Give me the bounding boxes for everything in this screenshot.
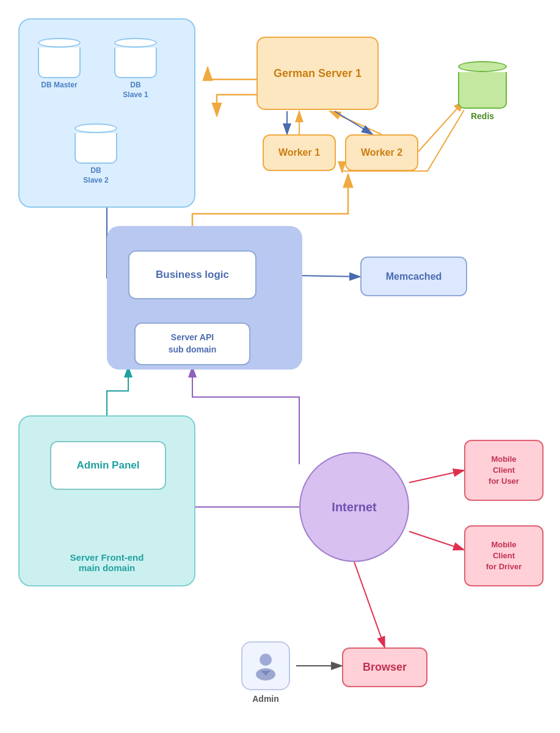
german-server-box: German Server 1 — [256, 37, 379, 110]
business-logic-box: Business logic — [128, 250, 256, 299]
german-server-label: German Server 1 — [274, 67, 362, 80]
internet-label: Internet — [332, 500, 376, 514]
mobile-driver-label: MobileClientfor Driver — [486, 539, 522, 573]
admin-panel-box: Admin Panel — [50, 441, 166, 490]
browser-label: Browser — [363, 661, 407, 674]
mobile-user-label: MobileClientfor User — [489, 454, 519, 487]
svg-line-17 — [409, 531, 464, 550]
worker1-box: Worker 1 — [263, 134, 336, 171]
redis-label: Redis — [471, 111, 494, 121]
db-slave2-top — [75, 123, 117, 133]
server-api-box: Server APIsub domain — [134, 323, 250, 365]
memcached-label: Memcached — [386, 271, 442, 282]
db-master-body — [38, 48, 81, 78]
worker1-label: Worker 1 — [278, 147, 320, 158]
db-slave2-label: DBSlave 2 — [83, 166, 108, 185]
redis-cylinder: Redis — [458, 61, 507, 121]
memcached-box: Memcached — [360, 257, 467, 296]
svg-line-18 — [354, 562, 385, 647]
worker2-label: Worker 2 — [361, 147, 402, 158]
redis-top — [458, 61, 507, 72]
db-master-top — [38, 38, 81, 48]
svg-line-12 — [335, 111, 373, 134]
db-slave2-body — [75, 133, 117, 164]
db-cluster: DB Master DBSlave 1 DBSlave 2 — [18, 18, 195, 208]
frontend-footer-label: Server Front-endmain domain — [20, 552, 194, 573]
redis-body — [458, 72, 507, 109]
svg-line-13 — [418, 101, 464, 151]
svg-line-10 — [330, 111, 382, 134]
db-slave2: DBSlave 2 — [75, 123, 117, 185]
diagram-container: DB Master DBSlave 1 DBSlave 2 German Ser… — [0, 0, 560, 733]
db-master-label: DB Master — [41, 81, 77, 90]
svg-line-16 — [409, 470, 464, 483]
db-slave1-body — [114, 48, 157, 78]
frontend-cluster: Admin Panel Server Front-endmain domain — [18, 415, 195, 586]
admin-person-svg — [250, 650, 282, 682]
db-master: DB Master — [38, 38, 81, 90]
mobile-user-box: MobileClientfor User — [464, 440, 544, 501]
admin-person-label: Admin — [252, 694, 279, 704]
db-slave1-label: DBSlave 1 — [123, 81, 148, 100]
internet-circle: Internet — [299, 452, 409, 562]
mobile-driver-box: MobileClientfor Driver — [464, 525, 544, 586]
worker2-box: Worker 2 — [345, 134, 418, 171]
admin-person: Admin — [235, 641, 296, 704]
admin-panel-label: Admin Panel — [77, 459, 140, 472]
business-logic-label: Business logic — [156, 269, 229, 281]
server-api-label: Server APIsub domain — [169, 332, 217, 356]
svg-point-20 — [260, 654, 272, 666]
browser-box: Browser — [342, 647, 427, 687]
admin-person-icon — [241, 641, 290, 690]
db-slave1: DBSlave 1 — [114, 38, 157, 100]
db-slave1-top — [114, 38, 157, 48]
